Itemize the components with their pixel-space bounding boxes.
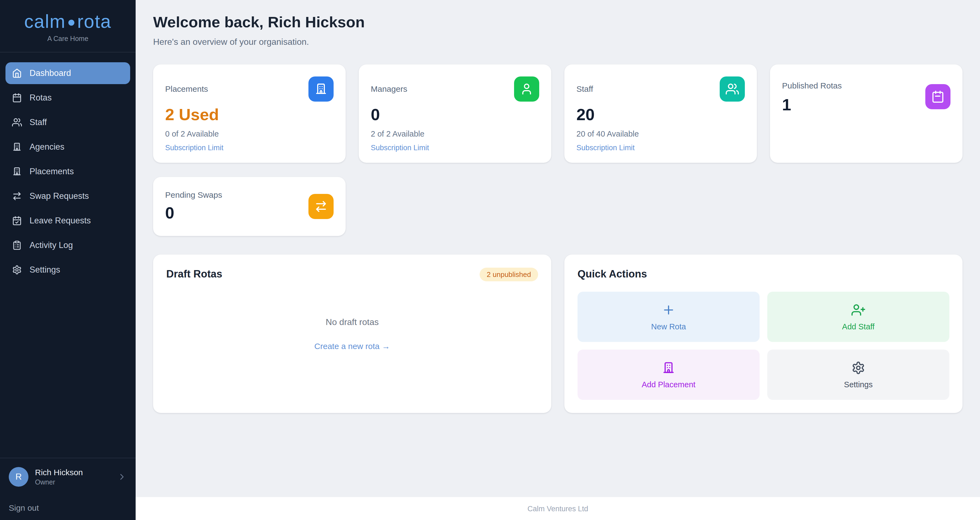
sidebar: calmrota A Care Home Dashboard Rotas Sta…	[0, 0, 135, 520]
gear-icon	[851, 361, 865, 374]
quick-action-label: Settings	[844, 380, 873, 388]
stat-card-pending-swaps: Pending Swaps 0	[153, 177, 345, 236]
subscription-limit-link[interactable]: Subscription Limit	[371, 144, 429, 152]
sidebar-nav: Dashboard Rotas Staff Agencies Placement…	[0, 52, 135, 281]
avatar: R	[9, 467, 29, 487]
logo-text-left: calm	[24, 12, 66, 30]
app: calmrota A Care Home Dashboard Rotas Sta…	[0, 0, 980, 520]
stat-card-published-rotas: Published Rotas 1	[770, 65, 963, 163]
sidebar-item-leave-requests[interactable]: Leave Requests	[5, 210, 130, 231]
add-placement-button[interactable]: Add Placement	[578, 350, 760, 400]
users-icon	[12, 117, 22, 127]
calendar-check-icon	[12, 216, 22, 225]
quick-actions-title: Quick Actions	[578, 268, 950, 281]
user-plus-icon	[851, 303, 865, 317]
sidebar-item-label: Settings	[30, 265, 60, 275]
stats-grid: Placements 2 Used 0 of 2 Available Subsc…	[153, 65, 963, 163]
quick-actions-panel: Quick Actions New Rota Add Staff Add Pla…	[565, 255, 963, 413]
user-icon	[520, 82, 533, 95]
gear-icon	[12, 265, 22, 275]
stat-value: 0	[371, 105, 539, 124]
home-icon	[12, 68, 22, 78]
logo-text-right: rota	[77, 12, 111, 30]
create-rota-link[interactable]: Create a new rota →	[315, 341, 390, 351]
chevron-right-icon	[117, 472, 127, 482]
stat-availability: 0 of 2 Available	[165, 130, 334, 138]
stat-label: Pending Swaps	[165, 190, 334, 199]
calendar-icon	[931, 90, 945, 103]
unpublished-badge: 2 unpublished	[480, 268, 538, 281]
sidebar-item-label: Activity Log	[30, 240, 73, 250]
plus-icon	[662, 303, 675, 317]
sidebar-item-activity-log[interactable]: Activity Log	[5, 234, 130, 256]
pending-row: Pending Swaps 0	[153, 177, 963, 236]
sidebar-item-staff[interactable]: Staff	[5, 111, 130, 133]
page-subtitle: Here's an overview of your organisation.	[153, 36, 963, 48]
sidebar-item-label: Leave Requests	[30, 216, 91, 225]
subscription-limit-link[interactable]: Subscription Limit	[576, 144, 635, 152]
lower-panels: Draft Rotas 2 unpublished No draft rotas…	[153, 255, 963, 413]
building-icon	[12, 142, 22, 152]
building-icon	[12, 166, 22, 176]
draft-rotas-title: Draft Rotas	[166, 268, 222, 281]
sidebar-item-label: Swap Requests	[30, 191, 89, 201]
draft-rotas-empty-state: No draft rotas Create a new rota →	[166, 317, 538, 351]
stat-icon-tile	[925, 84, 950, 109]
sign-out-button[interactable]: Sign out	[9, 503, 127, 512]
sidebar-item-placements[interactable]: Placements	[5, 160, 130, 182]
sidebar-item-label: Staff	[30, 117, 47, 127]
sidebar-item-dashboard[interactable]: Dashboard	[5, 62, 130, 84]
stat-icon-tile	[309, 76, 334, 101]
swap-arrows-icon	[12, 191, 22, 201]
calendar-icon	[12, 93, 22, 103]
sidebar-item-label: Placements	[30, 166, 74, 176]
quick-action-label: Add Placement	[642, 380, 695, 388]
sidebar-item-label: Dashboard	[30, 68, 71, 78]
stat-icon-tile	[720, 76, 745, 101]
new-rota-button[interactable]: New Rota	[578, 292, 760, 342]
building-icon	[315, 82, 328, 95]
user-name: Rich Hickson	[35, 467, 110, 478]
quick-actions-grid: New Rota Add Staff Add Placement Setting…	[578, 292, 950, 400]
clipboard-icon	[12, 240, 22, 250]
stat-value: 2 Used	[165, 105, 334, 124]
sidebar-item-swap-requests[interactable]: Swap Requests	[5, 185, 130, 207]
building-icon	[662, 361, 675, 374]
add-staff-button[interactable]: Add Staff	[767, 292, 950, 342]
company-name: Calm Ventures Ltd	[527, 504, 588, 513]
organisation-tagline: A Care Home	[47, 35, 88, 42]
quick-action-label: Add Staff	[842, 322, 875, 331]
swap-arrows-icon	[315, 200, 328, 213]
quick-action-label: New Rota	[651, 322, 686, 331]
stat-availability: 2 of 2 Available	[371, 130, 539, 138]
sidebar-item-settings[interactable]: Settings	[5, 259, 130, 281]
user-role: Owner	[35, 479, 110, 487]
user-profile[interactable]: R Rich Hickson Owner	[9, 467, 127, 487]
sidebar-footer: R Rich Hickson Owner Sign out	[0, 458, 135, 520]
logo-area: calmrota A Care Home	[0, 0, 135, 52]
page-title: Welcome back, Rich Hickson	[153, 13, 963, 32]
stat-card-managers: Managers 0 2 of 2 Available Subscription…	[359, 65, 551, 163]
sidebar-item-rotas[interactable]: Rotas	[5, 87, 130, 109]
sidebar-spacer	[0, 281, 135, 458]
main-content: Welcome back, Rich Hickson Here's an ove…	[135, 0, 980, 520]
user-meta: Rich Hickson Owner	[35, 467, 110, 487]
sidebar-item-agencies[interactable]: Agencies	[5, 136, 130, 158]
logo-dot-icon	[68, 20, 75, 26]
stat-icon-tile	[309, 194, 334, 219]
stat-icon-tile	[514, 76, 539, 101]
stat-availability: 20 of 40 Available	[576, 130, 745, 138]
draft-rotas-header: Draft Rotas 2 unpublished	[166, 268, 538, 281]
users-icon	[726, 82, 739, 95]
settings-button[interactable]: Settings	[767, 350, 950, 400]
stat-label: Published Rotas	[782, 81, 950, 90]
stat-card-placements: Placements 2 Used 0 of 2 Available Subsc…	[153, 65, 345, 163]
draft-rotas-panel: Draft Rotas 2 unpublished No draft rotas…	[153, 255, 551, 413]
sidebar-item-label: Rotas	[30, 93, 52, 103]
subscription-limit-link[interactable]: Subscription Limit	[165, 144, 223, 152]
stat-value: 20	[576, 105, 745, 124]
sidebar-item-label: Agencies	[30, 142, 65, 152]
stat-card-staff: Staff 20 20 of 40 Available Subscription…	[565, 65, 757, 163]
app-logo: calmrota	[24, 12, 111, 30]
page-footer: Calm Ventures Ltd	[135, 497, 980, 520]
